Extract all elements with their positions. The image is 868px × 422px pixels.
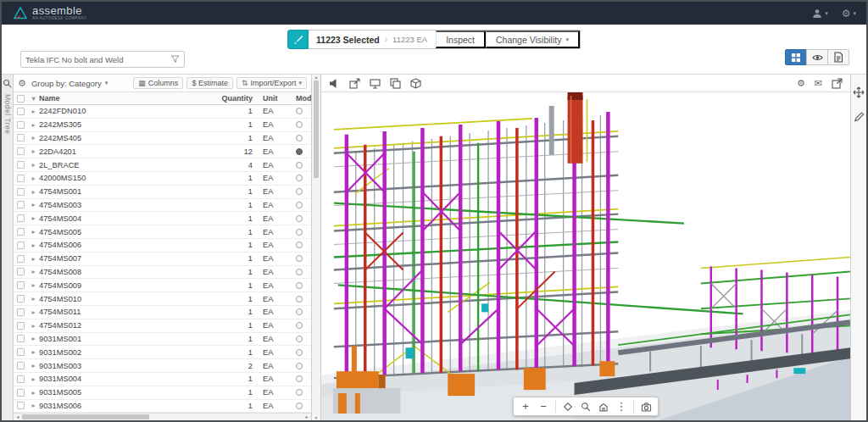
column-header-name[interactable]: Name	[39, 94, 208, 103]
expand-caret-icon[interactable]: ▸	[28, 147, 39, 155]
table-row[interactable]: ▸ 4754MS006 1 EA	[14, 239, 311, 253]
row-checkbox[interactable]	[17, 121, 25, 129]
row-checkbox[interactable]	[17, 281, 25, 289]
expand-caret-icon[interactable]: ▸	[28, 362, 39, 369]
estimate-button[interactable]: $ Estimate	[186, 77, 233, 89]
expand-caret-icon[interactable]: ▸	[28, 322, 39, 330]
header-caret-down-icon[interactable]: ▾	[28, 95, 39, 103]
table-row[interactable]: ▸ 4754MS004 1 EA	[14, 212, 311, 225]
document-view-button[interactable]	[827, 49, 849, 65]
expand-caret-icon[interactable]: ▸	[28, 201, 39, 208]
table-row[interactable]: ▸ 9031MS005 1 EA	[14, 386, 311, 400]
table-row[interactable]: ▸ 4754MS011 1 EA	[14, 306, 311, 319]
table-row[interactable]: ▸ 42000MS150 1 EA	[14, 172, 311, 186]
import-export-button[interactable]: ⇅ Import/Export ▾	[236, 77, 307, 89]
cube-icon[interactable]	[410, 78, 421, 89]
expand-caret-icon[interactable]: ▸	[28, 402, 39, 409]
column-header-model[interactable]: Mod	[292, 94, 311, 103]
assemble-logo[interactable]: assemble AN AUTODESK COMPANY	[14, 5, 86, 21]
expand-caret-icon[interactable]: ▸	[28, 228, 39, 236]
table-row[interactable]: ▸ 2242MS405 1 EA	[14, 132, 311, 146]
expand-caret-icon[interactable]: ▸	[28, 281, 39, 289]
inspect-button[interactable]: Inspect	[436, 31, 486, 48]
expand-caret-icon[interactable]: ▸	[28, 268, 39, 275]
table-row[interactable]: ▸ 4754MS008 1 EA	[14, 266, 311, 280]
grid-view-button[interactable]	[785, 49, 807, 65]
user-menu[interactable]: ▾	[812, 8, 828, 19]
expand-caret-icon[interactable]: ▸	[28, 134, 39, 142]
select-all-checkbox[interactable]	[17, 95, 25, 103]
vertical-scrollbar[interactable]: ▲ ▼	[312, 75, 321, 420]
expand-caret-icon[interactable]: ▸	[28, 121, 39, 129]
expand-caret-icon[interactable]: ▸	[28, 175, 39, 182]
column-header-quantity[interactable]: Quantity	[208, 94, 257, 103]
row-checkbox[interactable]	[17, 214, 25, 222]
scroll-down-icon[interactable]: ▼	[312, 415, 320, 420]
expand-caret-icon[interactable]: ▸	[28, 389, 39, 397]
horizontal-scroll-thumb[interactable]	[22, 414, 149, 419]
expand-caret-icon[interactable]: ▸	[28, 295, 39, 303]
model-3d-scene[interactable]	[321, 92, 850, 420]
filter-funnel-icon[interactable]	[170, 55, 180, 64]
expand-caret-icon[interactable]: ▸	[28, 348, 39, 356]
row-checkbox[interactable]	[17, 389, 25, 397]
more-options-button[interactable]: ⋮	[613, 398, 630, 414]
row-checkbox[interactable]	[17, 134, 25, 142]
row-checkbox[interactable]	[17, 147, 25, 155]
model-tree-tab[interactable]: Model Tree	[3, 94, 12, 135]
table-row[interactable]: ▸ 2242MS305 1 EA	[14, 119, 311, 132]
row-checkbox[interactable]	[17, 335, 25, 342]
table-row[interactable]: ▸ 2L_BRACE 4 EA	[14, 158, 311, 172]
row-checkbox[interactable]	[17, 308, 25, 316]
table-row[interactable]: ▸ 9031MS006 1 EA	[14, 400, 311, 413]
envelope-icon[interactable]: ✉	[815, 78, 822, 89]
visual-view-button[interactable]	[806, 49, 828, 65]
row-checkbox[interactable]	[17, 228, 25, 236]
vertical-scroll-thumb[interactable]	[314, 81, 319, 178]
scroll-right-icon[interactable]: ►	[303, 414, 311, 419]
export-view-icon[interactable]	[349, 78, 360, 89]
expand-caret-icon[interactable]: ▸	[28, 335, 39, 342]
row-checkbox[interactable]	[17, 362, 25, 369]
row-checkbox[interactable]	[17, 242, 25, 249]
monitor-icon[interactable]	[370, 78, 381, 89]
table-row[interactable]: ▸ 9031MS003 2 EA	[14, 359, 311, 373]
row-checkbox[interactable]	[17, 375, 25, 383]
settings-menu[interactable]: ⚙ ▾	[842, 8, 856, 19]
table-row[interactable]: ▸ 4754MS001 1 EA	[14, 186, 311, 199]
expand-caret-icon[interactable]: ▸	[28, 108, 39, 115]
table-row[interactable]: ▸ 4754MS009 1 EA	[14, 279, 311, 292]
row-checkbox[interactable]	[17, 161, 25, 169]
expand-caret-icon[interactable]: ▸	[28, 255, 39, 263]
table-row[interactable]: ▸ 4754MS010 1 EA	[14, 292, 311, 306]
change-visibility-button[interactable]: Change Visibility ▾	[486, 31, 580, 48]
table-row[interactable]: ▸ 9031MS004 1 EA	[14, 373, 311, 386]
row-checkbox[interactable]	[17, 348, 25, 356]
table-row[interactable]: ▸ 22DA4201 12 EA	[14, 145, 311, 158]
group-by-dropdown[interactable]: Group by: Category ▾	[31, 79, 108, 88]
expand-caret-icon[interactable]: ▸	[28, 161, 39, 169]
table-row[interactable]: ▸ 4754MS005 1 EA	[14, 225, 311, 239]
expand-caret-icon[interactable]: ▸	[28, 188, 39, 196]
horizontal-scrollbar[interactable]: ◄ ►	[14, 413, 311, 420]
table-row[interactable]: ▸ 4754MS007 1 EA	[14, 253, 311, 266]
zoom-in-button[interactable]: +	[517, 398, 534, 414]
row-checkbox[interactable]	[17, 268, 25, 275]
markup-pen-icon[interactable]	[854, 111, 865, 122]
expand-caret-icon[interactable]: ▸	[28, 375, 39, 383]
home-view-button[interactable]	[595, 398, 612, 414]
paint-selection-button[interactable]	[287, 30, 309, 49]
camera-snapshot-button[interactable]	[637, 398, 654, 414]
table-row[interactable]: ▸ 9031MS001 1 EA	[14, 333, 311, 347]
row-checkbox[interactable]	[17, 188, 25, 196]
table-row[interactable]: ▸ 9031MS002 1 EA	[14, 346, 311, 359]
row-checkbox[interactable]	[17, 295, 25, 303]
layers-icon[interactable]	[390, 78, 401, 89]
scroll-left-icon[interactable]: ◄	[14, 414, 22, 419]
search-icon[interactable]	[3, 79, 12, 88]
table-row[interactable]: ▸ 4754MS012 1 EA	[14, 319, 311, 333]
table-row[interactable]: ▸ 2242FDN010 1 EA	[14, 105, 311, 119]
zoom-out-button[interactable]: −	[535, 398, 552, 414]
orbit-button[interactable]	[559, 398, 576, 414]
open-external-icon[interactable]	[832, 78, 843, 89]
